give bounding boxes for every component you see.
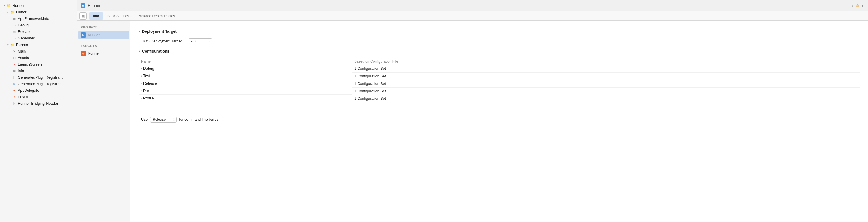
remove-config-button[interactable]: − (148, 106, 154, 112)
ios-deployment-select[interactable]: 9.0 10.0 11.0 12.0 13.0 14.0 15.0 16.0 (189, 38, 212, 44)
deployment-target-collapse[interactable] (139, 30, 140, 33)
project-sidebar: PROJECT R Runner TARGETS ⚡ Runner (77, 21, 130, 222)
sidebar-item-runner-bridging-header[interactable]: h Runner-Bridging-Header (0, 100, 77, 107)
col-based-on-header: Based on Configuration File (352, 58, 860, 65)
deployment-target-title: Deployment Target (142, 29, 177, 33)
nav-back-button[interactable]: ‹ (851, 3, 855, 9)
sidebar-label-runner-root: Runner (12, 4, 25, 8)
sidebar-item-appdelegate[interactable]: ✦ AppDelegate (0, 87, 77, 94)
file-swift-icon-appdelegate: ✦ (12, 88, 17, 93)
config-name-release[interactable]: › Release (139, 80, 352, 87)
sidebar-item-flutter[interactable]: 📁 Flutter (0, 9, 77, 16)
file-grid-icon: ⊞ (12, 16, 17, 21)
tab-package-dependencies[interactable]: Package Dependencies (133, 12, 179, 20)
use-select-wrapper: Debug Test Release Pre Profile ⬡ (150, 117, 177, 122)
nav-arrows: ‹ ⚠ › (851, 3, 864, 9)
config-row-test: › Test 1 Configuration Set (139, 73, 860, 80)
ios-deployment-select-wrapper: 9.0 10.0 11.0 12.0 13.0 14.0 15.0 16.0 ▾ (189, 38, 212, 44)
project-item-runner-target[interactable]: ⚡ Runner (77, 49, 130, 58)
project-section-label: PROJECT (77, 24, 130, 31)
file-grid-icon-info: ⊞ (12, 68, 17, 73)
add-config-button[interactable]: + (141, 106, 147, 112)
disclosure-runner-group[interactable] (6, 43, 9, 47)
project-item-label-runner: Runner (88, 33, 100, 37)
sidebar-label-generatedpluginregistrant-m: GeneratedPluginRegistrant (18, 82, 63, 86)
tab-build-settings[interactable]: Build Settings (103, 12, 133, 20)
configurations-collapse[interactable] (139, 50, 140, 53)
config-row-debug: › Debug 1 Configuration Set (139, 65, 860, 73)
app-window: 📁 Runner 📁 Flutter ⊞ AppFrameworkInfo ▭ … (0, 0, 868, 222)
main-layout: 📁 Runner 📁 Flutter ⊞ AppFrameworkInfo ▭ … (0, 0, 868, 222)
targets-section-label: TARGETS (77, 43, 130, 49)
config-name-pre[interactable]: › Pre (139, 87, 352, 95)
sidebar-item-runner-group[interactable]: 📁 Runner (0, 41, 77, 48)
disclosure-runner-root[interactable] (2, 4, 6, 7)
panel-sidebar-toggle[interactable]: ▤ (80, 12, 87, 20)
target-item-label-runner: Runner (88, 51, 100, 55)
config-chevron-profile[interactable]: › (141, 97, 142, 100)
runner-app-icon: R (81, 3, 85, 8)
sidebar-item-envutils[interactable]: ✦ EnvUtils (0, 94, 77, 100)
config-row-release: › Release 1 Configuration Set (139, 80, 860, 87)
folder-icon: 📁 (6, 3, 11, 8)
file-assets-icon: ⊟ (12, 55, 17, 60)
sidebar-label-launchscreen: LaunchScreen (18, 62, 42, 66)
config-chevron-test[interactable]: › (141, 75, 142, 78)
runner-group-folder-icon: 📁 (10, 43, 15, 47)
sidebar-item-release[interactable]: ▭ Release (0, 28, 77, 35)
config-name-profile[interactable]: › Profile (139, 95, 352, 102)
file-tree-sidebar: 📁 Runner 📁 Flutter ⊞ AppFrameworkInfo ▭ … (0, 0, 77, 222)
tab-info[interactable]: Info (89, 12, 103, 20)
file-x-icon-main: ✕ (12, 49, 17, 54)
config-chevron-debug[interactable]: › (141, 67, 142, 70)
sidebar-item-generatedpluginregistrant-m[interactable]: m GeneratedPluginRegistrant (0, 81, 77, 87)
config-name-debug[interactable]: › Debug (139, 65, 352, 73)
config-chevron-release[interactable]: › (141, 82, 142, 85)
project-runner-icon: R (81, 32, 86, 38)
target-runner-icon: ⚡ (81, 51, 86, 56)
use-row: Use Debug Test Release Pre Profile ⬡ f (139, 117, 860, 122)
sidebar-item-main[interactable]: ✕ Main (0, 48, 77, 55)
sidebar-item-assets[interactable]: ⊟ Assets (0, 55, 77, 61)
config-based-on-pre: 1 Configuration Set (352, 87, 860, 95)
configurations-table: Name Based on Configuration File › Debug… (139, 58, 860, 102)
config-based-on-profile: 1 Configuration Set (352, 95, 860, 102)
config-based-on-test: 1 Configuration Set (352, 73, 860, 80)
warning-icon: ⚠ (856, 3, 859, 9)
right-panel: R Runner ‹ ⚠ › ▤ Info Build Settings Pac… (77, 0, 868, 222)
use-label: Use (141, 117, 148, 122)
use-select[interactable]: Debug Test Release Pre Profile (150, 117, 177, 122)
nav-forward-button[interactable]: › (861, 3, 864, 9)
sidebar-label-release: Release (18, 30, 31, 34)
sidebar-label-runner-bridging-header: Runner-Bridging-Header (18, 102, 58, 106)
sidebar-item-appframeworkinfo[interactable]: ⊞ AppFrameworkInfo (0, 16, 77, 22)
sidebar-label-generated: Generated (18, 36, 35, 40)
table-actions: + − (139, 106, 860, 112)
project-item-runner-project[interactable]: R Runner (78, 31, 129, 39)
sidebar-item-debug[interactable]: ▭ Debug (0, 22, 77, 28)
sidebar-label-info: Info (18, 69, 24, 73)
config-based-on-debug: 1 Configuration Set (352, 65, 860, 73)
sidebar-item-launchscreen[interactable]: ✕ LaunchScreen (0, 61, 77, 68)
settings-content: Deployment Target iOS Deployment Target … (130, 21, 868, 222)
config-name-test[interactable]: › Test (139, 73, 352, 80)
sidebar-item-runner-root[interactable]: 📁 Runner (0, 2, 77, 9)
sidebar-label-appframeworkinfo: AppFrameworkInfo (18, 17, 49, 21)
flutter-folder-icon: 📁 (10, 10, 15, 15)
sidebar-item-generatedpluginregistrant-h[interactable]: h GeneratedPluginRegistrant (0, 74, 77, 81)
col-name-header: Name (139, 58, 352, 65)
sidebar-label-main: Main (18, 49, 26, 53)
file-x-icon-launchscreen: ✕ (12, 62, 17, 67)
right-top-bar: R Runner ‹ ⚠ › (77, 0, 868, 11)
config-based-on-release: 1 Configuration Set (352, 80, 860, 87)
sidebar-item-generated[interactable]: ▭ Generated (0, 35, 77, 41)
config-row-pre: › Pre 1 Configuration Set (139, 87, 860, 95)
config-chevron-pre[interactable]: › (141, 89, 142, 92)
file-h-icon-2: h (12, 101, 17, 106)
for-label: for command-line builds (179, 117, 218, 122)
sidebar-label-runner-group: Runner (16, 43, 28, 47)
disclosure-flutter[interactable] (6, 10, 9, 14)
right-panel-tabs-bar: ▤ Info Build Settings Package Dependenci… (77, 11, 868, 21)
sidebar-item-info[interactable]: ⊞ Info (0, 68, 77, 74)
sidebar-label-appdelegate: AppDelegate (18, 88, 39, 92)
